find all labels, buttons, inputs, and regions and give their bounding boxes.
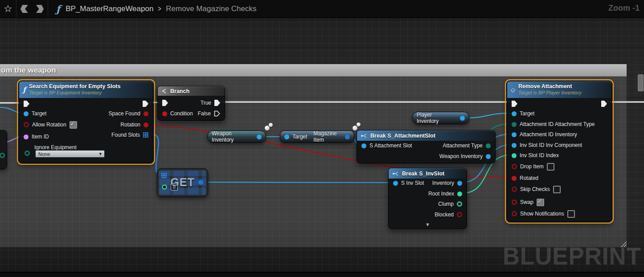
pin-label: Found Slots (111, 132, 140, 138)
expand-pins-arrow[interactable]: ▼ (389, 222, 467, 227)
wire-bubble (353, 126, 357, 130)
ignore-equipment-dropdown[interactable]: None ▾ (35, 150, 105, 158)
pin-label: S Attachment Slot (369, 143, 412, 149)
drop-item-checkbox[interactable] (547, 163, 554, 171)
exec-out-pin[interactable] (143, 101, 148, 107)
pin-label: Target (32, 110, 46, 117)
pin-player-inventory-out[interactable] (460, 116, 465, 121)
pin-label: Item ID (32, 134, 49, 140)
pin-label: Rotated (520, 175, 538, 181)
pin-show-notifications[interactable] (512, 211, 517, 216)
blueprint-editor: om the weapon ƒ Search Equipment for Emp… (0, 0, 644, 277)
separator (48, 0, 48, 18)
pin-space-found[interactable] (144, 111, 148, 116)
pin-target[interactable] (24, 111, 29, 116)
pin-label: False (198, 110, 211, 117)
pin-attachment-type[interactable] (486, 143, 491, 148)
wire-bubble (269, 123, 273, 127)
pin-label: Drop Item (520, 163, 544, 170)
allow-rotation-checkbox[interactable] (70, 121, 77, 129)
node-branch[interactable]: Branch Condition True False (157, 86, 225, 121)
pin-index-input[interactable] (162, 184, 167, 190)
pin-drop-item[interactable] (512, 164, 517, 169)
pin-target[interactable] (512, 111, 517, 116)
function-icon: ƒ (23, 86, 26, 94)
forward-arrow-icon[interactable] (36, 5, 44, 13)
node-weapon-inventory[interactable]: Weapon Inventory (207, 130, 266, 143)
break-struct-icon (392, 171, 399, 176)
pin-array-input[interactable] (161, 173, 167, 178)
node-title: Remove Attachment (518, 83, 582, 90)
pin-s-attachment-slot[interactable] (361, 143, 366, 148)
swap-checkbox[interactable] (537, 199, 544, 206)
back-arrow-icon[interactable] (21, 5, 28, 13)
pin-condition[interactable] (162, 111, 167, 116)
show-notifications-checkbox[interactable] (567, 210, 575, 218)
pin-weapon-inventory[interactable] (486, 154, 491, 159)
separator (16, 0, 16, 18)
pin-found-slots-array[interactable] (143, 132, 148, 138)
breadcrumb-blueprint[interactable]: BP_MasterRangeWeapon (66, 4, 153, 13)
pin-label: Allow Rotation (32, 122, 66, 128)
pin-item-id[interactable] (24, 134, 29, 139)
node-break-invslot[interactable]: Break S_InvSlot S Inv Slot Inventory Roo… (388, 168, 467, 229)
pin-clump[interactable] (457, 201, 462, 207)
node-break-attachment-header[interactable]: Break S_AttachmentSlot (357, 130, 495, 141)
pin-ignore-equipment[interactable] (25, 151, 30, 156)
node-magazine-item[interactable]: Target Magazine Item (280, 130, 354, 143)
exec-false-pin[interactable] (214, 110, 220, 117)
node-break-invslot-header[interactable]: Break S_InvSlot (389, 168, 467, 179)
pin-skip-checks[interactable] (512, 187, 517, 192)
pin-allow-rotation[interactable] (24, 122, 29, 127)
pin-magazine-item-out[interactable] (345, 134, 350, 139)
pin-rotated[interactable] (512, 176, 517, 181)
pin-label: Ignore Equipment (34, 144, 77, 151)
pin-swap[interactable] (512, 200, 517, 205)
pin-root-index[interactable] (457, 191, 462, 196)
partial-node-left-edge[interactable] (0, 130, 7, 169)
node-branch-header[interactable]: Branch (158, 86, 225, 96)
pin-label: True (201, 100, 211, 106)
pin-label: Clump (438, 201, 454, 207)
pin-magazine-target-in[interactable] (284, 134, 289, 139)
node-remove-attachment-header[interactable]: ◇ Remove Attachment Target is BP Player … (507, 81, 611, 98)
pin-s-inv-slot[interactable] (393, 181, 398, 186)
pin-attachment-id-inventory[interactable] (512, 132, 517, 137)
vertical-scrollbar-thumb[interactable] (638, 74, 644, 91)
pin-label: Rotation (120, 122, 140, 128)
pin-weapon-inventory-out[interactable] (257, 134, 262, 139)
node-array-get[interactable]: GET 0 (157, 168, 208, 197)
node-remove-attachment[interactable]: ◇ Remove Attachment Target is BP Player … (507, 81, 612, 222)
exec-out-pin[interactable] (601, 101, 607, 107)
bottom-bar (0, 272, 644, 277)
zoom-level-label: Zoom -1 (608, 4, 640, 13)
node-search-equipment[interactable]: ƒ Search Equipment for Empty Slots Targe… (19, 81, 153, 163)
exec-in-pin[interactable] (162, 100, 168, 106)
exec-in-pin[interactable] (24, 101, 29, 107)
favorite-star-icon[interactable]: ☆ (4, 0, 12, 18)
exec-in-pin[interactable] (512, 101, 517, 107)
pin-array-output[interactable] (198, 180, 203, 185)
pin-rotation[interactable] (144, 122, 148, 127)
partial-node-pin[interactable] (0, 153, 5, 158)
node-player-inventory[interactable]: Player Inventory (412, 112, 469, 124)
break-struct-icon (361, 133, 367, 138)
pin-attachment-id-type[interactable] (512, 122, 517, 127)
pin-blocked[interactable] (457, 212, 462, 217)
pin-inventory[interactable] (457, 181, 462, 186)
skip-checks-checkbox[interactable] (553, 186, 561, 193)
exec-true-pin[interactable] (214, 100, 220, 106)
breadcrumb-function[interactable]: Remove Magazine Checks (166, 4, 256, 13)
pin-label: Inventory (432, 180, 454, 186)
pin-label: Magazine Item (313, 130, 342, 143)
breadcrumb-chevron-icon: > (158, 4, 161, 13)
blueprint-watermark: BLUEPRINT (503, 241, 641, 270)
node-subtitle: Target is BP Equipment Inventory (29, 90, 121, 96)
node-break-attachmentslot[interactable]: Break S_AttachmentSlot S Attachment Slot… (357, 130, 496, 163)
pin-inv-slot-id-index[interactable] (512, 153, 517, 158)
index-value-box[interactable]: 0 (171, 183, 178, 191)
pin-inv-slot-id-component[interactable] (512, 143, 517, 148)
node-search-header[interactable]: ƒ Search Equipment for Empty Slots Targe… (19, 81, 153, 98)
pin-label: Condition (170, 110, 193, 117)
comment-header[interactable]: om the weapon (0, 64, 627, 77)
